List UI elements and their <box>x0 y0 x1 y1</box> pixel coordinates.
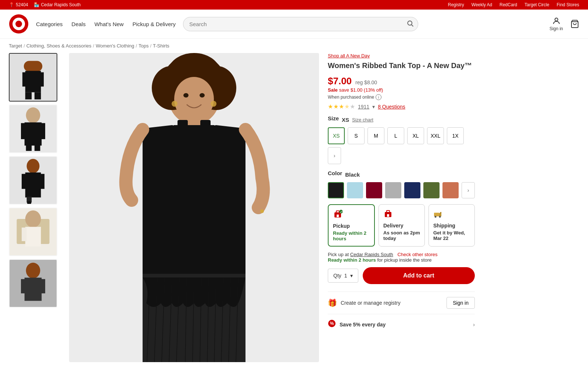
color-terracotta[interactable] <box>442 182 459 198</box>
svg-point-15 <box>26 107 40 123</box>
svg-point-48 <box>172 101 178 107</box>
store-name-link[interactable]: Cedar Rapids South <box>350 252 393 257</box>
svg-point-49 <box>211 101 216 107</box>
qty-label: Qty <box>333 273 341 279</box>
check-other-stores[interactable]: Check other stores <box>397 252 437 257</box>
svg-rect-53 <box>200 120 211 130</box>
product-info: Shop all A New Day Women's Ribbed Tank T… <box>328 53 475 362</box>
savings-text: save $1.00 (13% off) <box>339 87 383 93</box>
online-note: When purchased online i <box>328 94 475 100</box>
save-row[interactable]: % Save 5% every day › <box>328 314 475 335</box>
svg-point-5 <box>555 18 558 21</box>
size-l[interactable]: L <box>387 127 404 144</box>
qty-selector[interactable]: Qty 1 ▾ <box>328 269 358 283</box>
color-more-button[interactable]: › <box>462 182 475 198</box>
svg-rect-16 <box>25 123 42 146</box>
sign-in-button[interactable]: Sign in <box>549 17 563 31</box>
size-s[interactable]: S <box>348 127 365 144</box>
svg-point-46 <box>183 93 189 98</box>
size-xxl[interactable]: XXL <box>427 127 444 144</box>
registry-link[interactable]: Registry <box>448 2 464 7</box>
add-to-cart-button[interactable]: Add to cart <box>363 267 475 284</box>
location-info[interactable]: 📍 52404 <box>9 2 28 7</box>
pickup-title: Pickup <box>333 223 370 229</box>
svg-rect-31 <box>25 227 41 246</box>
size-1x[interactable]: 1X <box>447 127 464 144</box>
svg-point-35 <box>26 263 40 279</box>
thumbnail-list <box>9 53 60 362</box>
store-info[interactable]: 🏪 Cedar Rapids South <box>34 2 80 7</box>
cart-row: Qty 1 ▾ Add to cart <box>328 267 475 284</box>
size-m[interactable]: M <box>368 127 384 144</box>
search-input[interactable] <box>183 17 418 31</box>
size-xl[interactable]: XL <box>407 127 424 144</box>
svg-point-30 <box>25 210 41 228</box>
svg-rect-38 <box>40 279 45 293</box>
thumbnail-1[interactable] <box>9 53 57 102</box>
rating-count[interactable]: 1911 <box>358 104 369 110</box>
top-bar-right: Registry Weekly Ad RedCard Target Circle… <box>448 2 579 7</box>
size-more-button[interactable]: › <box>328 147 341 164</box>
breadcrumb-tops[interactable]: Tops <box>139 43 148 49</box>
search-button[interactable] <box>406 20 414 28</box>
size-xs[interactable]: XS <box>328 127 345 144</box>
pickup-icon: ✓ <box>333 209 370 221</box>
svg-rect-10 <box>22 72 28 86</box>
thumbnail-3[interactable] <box>9 156 57 205</box>
ratings-row: ★ ★ ★ ★ ★ 1911 ▾ 8 Questions <box>328 103 475 110</box>
svg-point-47 <box>200 93 205 98</box>
fulfillment-shipping[interactable]: Shipping Get it by Wed, Mar 22 <box>429 204 475 247</box>
thumbnail-4[interactable] <box>9 208 57 256</box>
fulfillment-pickup[interactable]: ✓ Pickup Ready within 2 hours <box>328 204 375 247</box>
brand-link[interactable]: Shop all A New Day <box>328 53 475 59</box>
redcard-link[interactable]: RedCard <box>499 2 517 7</box>
main-product-image <box>69 53 319 362</box>
inside-store-text: for pickup inside the store <box>377 257 431 263</box>
delivery-title: Delivery <box>383 223 420 229</box>
color-navy[interactable] <box>404 182 420 198</box>
color-black[interactable] <box>328 182 344 198</box>
svg-point-27 <box>27 201 32 205</box>
svg-rect-54 <box>143 274 245 277</box>
color-options: › <box>328 182 475 198</box>
find-stores-link[interactable]: Find Stores <box>557 2 579 7</box>
pickup-at-label: Pick up at <box>328 252 349 257</box>
nav-whats-new[interactable]: What's New <box>94 21 124 27</box>
svg-rect-19 <box>26 145 32 151</box>
star-rating: ★ ★ ★ ★ ★ <box>328 103 355 110</box>
color-burgundy[interactable] <box>366 182 382 198</box>
color-label: Color <box>328 170 342 176</box>
color-gray[interactable] <box>385 182 401 198</box>
breadcrumb: Target / Clothing, Shoes & Accessories /… <box>0 39 588 53</box>
color-lightblue[interactable] <box>347 182 363 198</box>
selected-color: Black <box>345 171 360 178</box>
questions-link[interactable]: 8 Questions <box>378 104 405 110</box>
breadcrumb-target[interactable]: Target <box>9 43 22 49</box>
size-chart-link[interactable]: Size chart <box>352 117 373 123</box>
size-options: XS S M L XL XXL 1X › <box>328 127 475 164</box>
svg-point-45 <box>174 77 214 121</box>
nav-pickup-delivery[interactable]: Pickup & Delivery <box>132 21 176 27</box>
breadcrumb-clothing[interactable]: Clothing, Shoes & Accessories <box>26 43 92 49</box>
svg-text:✓: ✓ <box>340 210 343 214</box>
nav-categories[interactable]: Categories <box>36 21 63 27</box>
thumbnail-2[interactable] <box>9 105 57 153</box>
svg-rect-24 <box>22 174 27 189</box>
color-olive[interactable] <box>423 182 440 198</box>
target-circle-link[interactable]: Target Circle <box>524 2 549 7</box>
fulfillment-delivery[interactable]: Delivery As soon as 2pm today <box>379 204 425 247</box>
nav-deals[interactable]: Deals <box>72 21 86 27</box>
breadcrumb-womens[interactable]: Women's Clothing <box>96 43 134 49</box>
search-bar <box>183 17 418 31</box>
thumbnail-5[interactable] <box>9 259 57 308</box>
shipping-title: Shipping <box>433 223 470 229</box>
target-logo[interactable] <box>9 14 29 34</box>
delivery-detail: As soon as 2pm today <box>383 230 420 241</box>
star-5: ★ <box>350 103 355 110</box>
registry-sign-in-button[interactable]: Sign in <box>447 297 475 309</box>
svg-rect-68 <box>143 277 245 362</box>
weekly-ad-link[interactable]: Weekly Ad <box>472 2 492 7</box>
cart-button[interactable] <box>570 20 579 28</box>
breadcrumb-tshirts[interactable]: T-Shirts <box>153 43 169 49</box>
star-3: ★ <box>339 103 344 110</box>
